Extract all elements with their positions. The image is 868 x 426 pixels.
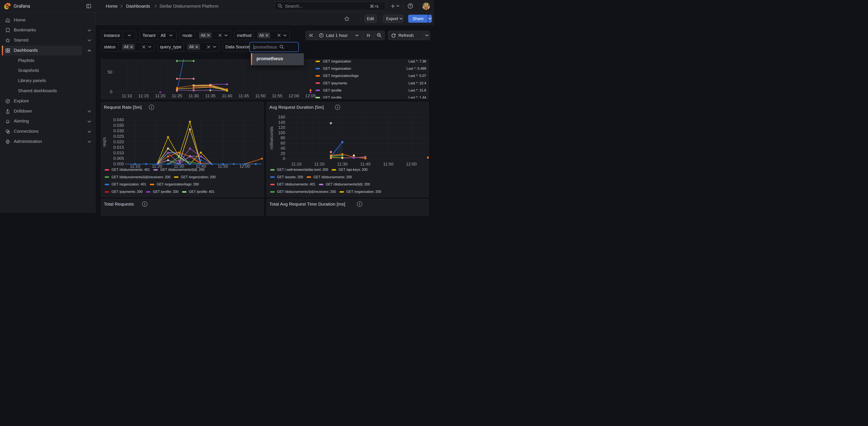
svg-text:11:30: 11:30: [337, 162, 347, 166]
svg-text:40: 40: [281, 146, 285, 150]
svg-text:11:40: 11:40: [222, 93, 232, 98]
svg-text:120: 120: [278, 125, 285, 130]
svg-text:0.005: 0.005: [113, 156, 124, 161]
svg-text:20: 20: [281, 151, 285, 156]
svg-text:11:50: 11:50: [383, 162, 394, 166]
svg-text:GET /organization: GET /organization: [323, 59, 351, 63]
svg-text:12:05: 12:05: [305, 93, 316, 98]
svg-text:GET /profile: GET /profile: [323, 88, 342, 92]
svg-text:milliseconds: milliseconds: [269, 126, 274, 150]
svg-text:11:50: 11:50: [255, 93, 266, 98]
svg-text:Last *: 10.4: Last *: 10.4: [409, 81, 426, 85]
svg-text:0.000: 0.000: [113, 161, 124, 166]
svg-text:11:10: 11:10: [122, 93, 132, 98]
svg-text:11:45: 11:45: [239, 93, 249, 98]
svg-text:0.035: 0.035: [113, 123, 124, 128]
svg-text:0.020: 0.020: [113, 140, 124, 144]
svg-text:12:00: 12:00: [288, 93, 299, 98]
svg-text:0.040: 0.040: [113, 117, 124, 122]
svg-text:11:25: 11:25: [172, 93, 182, 98]
svg-text:140: 140: [278, 120, 285, 125]
svg-text:GET /organization: GET /organization: [323, 66, 351, 70]
svg-text:11:30: 11:30: [188, 93, 199, 98]
svg-text:80: 80: [281, 135, 285, 140]
svg-text:GET /payments: GET /payments: [323, 81, 347, 85]
svg-text:11:20: 11:20: [314, 162, 324, 166]
svg-text:Last *: 0.489: Last *: 0.489: [406, 66, 426, 70]
svg-text:0: 0: [110, 89, 112, 94]
svg-text:11:55: 11:55: [272, 93, 282, 98]
svg-text:11:35: 11:35: [205, 93, 216, 98]
svg-text:100: 100: [278, 130, 285, 135]
svg-text:GET /organization/logo: GET /organization/logo: [323, 74, 359, 78]
svg-text:60: 60: [281, 141, 285, 145]
svg-text:50: 50: [107, 69, 112, 74]
svg-text:11:20: 11:20: [155, 93, 165, 98]
svg-text:0.025: 0.025: [113, 134, 124, 139]
svg-text:0.015: 0.015: [113, 145, 124, 150]
svg-text:0.010: 0.010: [113, 150, 124, 155]
svg-text:11:15: 11:15: [138, 93, 149, 98]
svg-text:11:40: 11:40: [360, 162, 371, 166]
svg-text:12:00: 12:00: [406, 162, 416, 166]
svg-text:Last *: 7.36: Last *: 7.36: [409, 59, 426, 63]
svg-text:Last *: 5.07: Last *: 5.07: [409, 74, 426, 78]
svg-text:req/s: req/s: [102, 137, 106, 147]
svg-text:160: 160: [278, 115, 285, 119]
svg-text:0: 0: [283, 156, 285, 161]
svg-text:Last *: 15.8: Last *: 15.8: [409, 88, 426, 92]
svg-text:0.030: 0.030: [113, 128, 124, 133]
svg-text:11:10: 11:10: [291, 162, 302, 166]
